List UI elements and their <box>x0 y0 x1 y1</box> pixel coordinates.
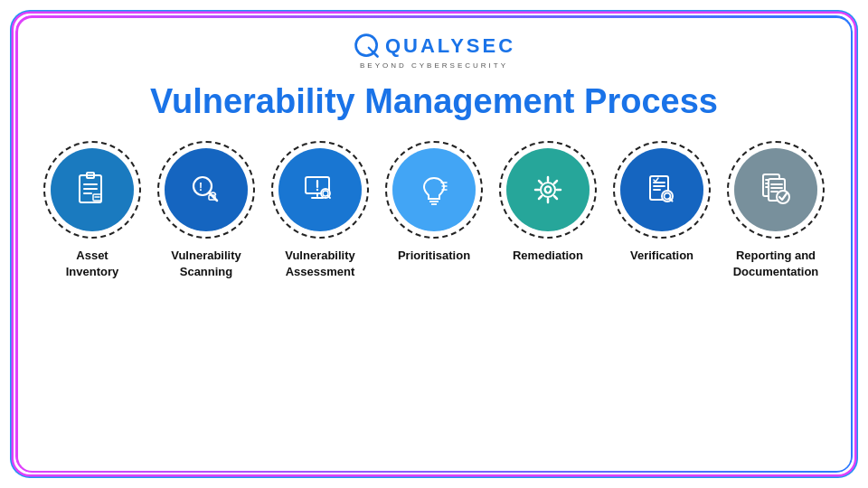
monitor-warning-icon <box>297 166 344 213</box>
logo-text: QUALYSEC <box>353 32 515 61</box>
svg-line-1 <box>373 52 377 56</box>
circle-inner <box>278 148 362 231</box>
step-remediation: Remediation <box>491 141 605 264</box>
circle-inner <box>620 148 703 231</box>
svg-text:!: ! <box>199 181 203 193</box>
svg-line-34 <box>554 181 557 183</box>
page-title: Vulnerability Management Process <box>150 82 718 121</box>
step-asset-inventory: AssetInventory <box>35 141 149 279</box>
svg-line-35 <box>539 196 542 199</box>
main-card: QUALYSEC BEYOND CYBERSECURITY Vulnerabil… <box>14 14 854 474</box>
step-prioritisation: Prioritisation <box>377 141 491 264</box>
circle-reporting <box>727 141 825 239</box>
step-label-vulnerability-assessment: VulnerabilityAssessment <box>285 248 355 279</box>
circle-asset-inventory <box>43 141 141 239</box>
step-reporting: Reporting andDocumentation <box>719 141 833 279</box>
step-label-vulnerability-scanning: VulnerabilityScanning <box>171 248 241 279</box>
circle-verification <box>613 141 711 239</box>
circle-inner <box>734 148 817 231</box>
step-label-reporting: Reporting andDocumentation <box>733 248 819 279</box>
circle-vulnerability-scanning: ! <box>157 141 255 239</box>
circle-remediation <box>499 141 597 239</box>
svg-point-17 <box>316 189 318 191</box>
step-label-prioritisation: Prioritisation <box>398 248 470 264</box>
logo-area: QUALYSEC BEYOND CYBERSECURITY <box>353 32 515 70</box>
gear-idea-icon <box>524 166 571 213</box>
clipboard-icon <box>69 166 116 213</box>
circle-inner <box>506 148 590 231</box>
step-vulnerability-scanning: ! VulnerabilityScanning <box>149 141 263 279</box>
circle-inner <box>392 148 476 231</box>
step-label-verification: Verification <box>630 248 693 264</box>
circle-inner <box>51 148 134 231</box>
step-vulnerability-assessment: VulnerabilityAssessment <box>263 141 377 279</box>
process-row: AssetInventory ! VulnerabilityScanning <box>33 141 835 279</box>
step-label-asset-inventory: AssetInventory <box>66 248 119 279</box>
circle-vulnerability-assessment <box>271 141 369 239</box>
circle-inner: ! <box>165 148 248 231</box>
svg-line-32 <box>539 181 542 183</box>
step-verification: Verification <box>605 141 719 264</box>
logo-q-icon <box>353 32 382 61</box>
lightbulb-icon <box>410 166 458 213</box>
svg-line-33 <box>554 196 557 199</box>
logo-subtitle: BEYOND CYBERSECURITY <box>360 61 508 70</box>
step-label-remediation: Remediation <box>513 248 583 264</box>
svg-line-2 <box>369 48 373 52</box>
logo-name: QUALYSEC <box>385 34 515 58</box>
search-magnify-icon: ! <box>183 166 230 213</box>
checklist-magnify-icon <box>638 166 685 213</box>
document-check-icon <box>752 166 799 213</box>
circle-prioritisation <box>385 141 483 239</box>
